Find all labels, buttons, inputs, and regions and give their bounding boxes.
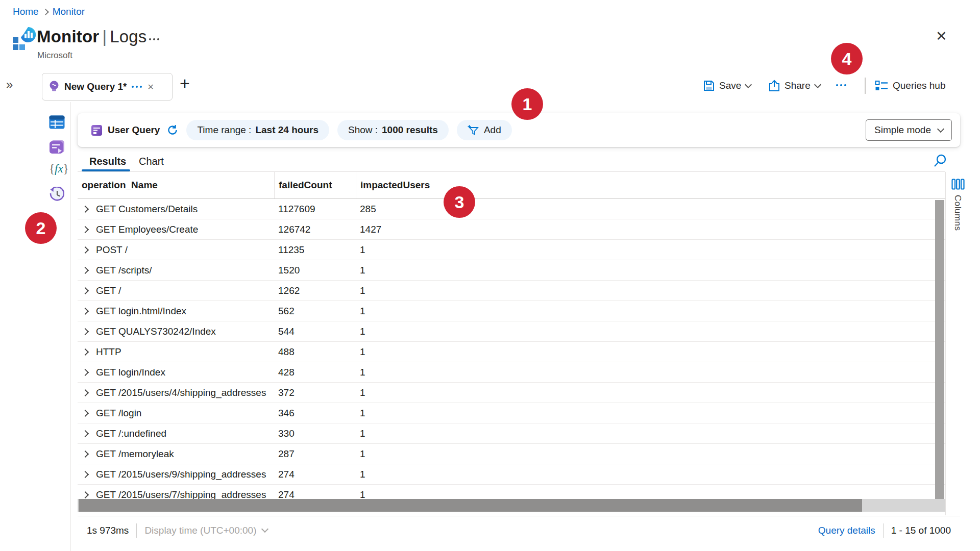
monitor-logs-page: Home Monitor Monitor|Logs Microsoft ✕ » …: [0, 0, 980, 551]
footer-divider: [136, 523, 137, 538]
share-chevron-down-icon: [814, 81, 821, 88]
page-title-secondary: Logs: [110, 27, 146, 46]
query-tab-close-icon[interactable]: ✕: [148, 82, 154, 92]
column-header-impactedusers[interactable]: impactedUsers: [356, 172, 945, 198]
cell-impacted-users: 1: [356, 408, 945, 419]
row-expand-chevron-icon[interactable]: [82, 470, 89, 478]
table-row[interactable]: GET Customers/Details 1127609 285: [78, 199, 945, 219]
breadcrumb-home[interactable]: Home: [13, 6, 39, 17]
cell-operation-name: GET /: [96, 285, 121, 296]
query-details-link[interactable]: Query details: [818, 525, 875, 536]
save-button[interactable]: Save: [703, 76, 751, 96]
sidebar-item-functions[interactable]: [49, 162, 69, 176]
table-row[interactable]: GET Employees/Create 126742 1427: [78, 219, 945, 240]
row-expand-chevron-icon[interactable]: [82, 226, 89, 233]
share-button[interactable]: Share: [769, 76, 820, 96]
row-expand-chevron-icon[interactable]: [82, 450, 89, 457]
collapse-panel-icon[interactable]: »: [6, 78, 13, 92]
user-query-icon: [91, 124, 103, 136]
breadcrumb-monitor[interactable]: Monitor: [53, 6, 85, 17]
cell-failed-count: 287: [274, 448, 356, 460]
horizontal-scrollbar[interactable]: [78, 499, 945, 512]
row-expand-chevron-icon[interactable]: [82, 368, 89, 375]
table-row[interactable]: HTTP 488 1: [78, 342, 945, 362]
row-expand-chevron-icon[interactable]: [82, 287, 89, 294]
table-row[interactable]: GET /2015/users/4/shipping_addresses 372…: [78, 383, 945, 403]
row-expand-chevron-icon[interactable]: [82, 328, 89, 335]
cell-impacted-users: 1: [356, 285, 945, 296]
table-row[interactable]: GET /2015/users/7/shipping_addresses 274…: [78, 485, 945, 499]
row-expand-chevron-icon[interactable]: [82, 266, 89, 273]
columns-icon[interactable]: [951, 179, 965, 192]
cell-operation-name: GET Customers/Details: [96, 204, 198, 215]
cell-failed-count: 330: [274, 428, 356, 439]
sidebar-item-tables[interactable]: [49, 115, 65, 131]
horizontal-scrollbar-thumb[interactable]: [79, 499, 862, 512]
history-clock-icon: [49, 187, 64, 202]
share-icon: [769, 80, 780, 92]
query-tab-label: New Query 1*: [64, 81, 127, 92]
table-row[interactable]: GET login/Index 428 1: [78, 362, 945, 383]
table-row[interactable]: GET /2015/users/9/shipping_addresses 274…: [78, 464, 945, 485]
cell-failed-count: 346: [274, 408, 356, 419]
queries-hub-button[interactable]: Queries hub: [875, 76, 946, 96]
close-blade-icon[interactable]: ✕: [936, 30, 947, 43]
query-tab[interactable]: New Query 1* ✕: [42, 73, 173, 101]
tab-results-underline: [82, 169, 130, 171]
time-range-pill[interactable]: Time range : Last 24 hours: [186, 120, 329, 140]
save-chevron-down-icon: [745, 81, 752, 88]
column-header-failedcount[interactable]: failedCount: [274, 172, 356, 198]
vertical-scrollbar-thumb[interactable]: [935, 200, 944, 499]
cell-operation-name: HTTP: [96, 346, 121, 358]
row-expand-chevron-icon[interactable]: [82, 348, 89, 355]
cell-failed-count: 1262: [274, 285, 356, 296]
show-label: Show :: [348, 124, 378, 136]
table-row[interactable]: GET / 1262 1: [78, 281, 945, 301]
table-row[interactable]: GET /scripts/ 1520 1: [78, 260, 945, 281]
result-range: 1 - 15 of 1000: [891, 525, 951, 536]
cell-operation-name: GET /2015/users/7/shipping_addresses: [96, 489, 266, 499]
lightbulb-icon: [48, 81, 60, 93]
tab-chart[interactable]: Chart: [139, 156, 164, 167]
toolbar-more-icon[interactable]: [836, 84, 846, 86]
row-expand-chevron-icon[interactable]: [82, 389, 89, 396]
add-filter-pill[interactable]: Add: [457, 120, 512, 140]
table-row[interactable]: GET /:undefined 330 1: [78, 423, 945, 444]
cell-operation-name: GET login/Index: [96, 367, 165, 378]
table-row[interactable]: GET login.html/Index 562 1: [78, 301, 945, 321]
show-results-pill[interactable]: Show : 1000 results: [337, 120, 449, 140]
columns-pane-toggle[interactable]: Columns: [952, 195, 963, 231]
page-subtitle: Microsoft: [37, 51, 72, 61]
mode-select[interactable]: Simple mode: [866, 119, 952, 141]
show-value: 1000 results: [382, 124, 438, 136]
display-time-select[interactable]: Display time (UTC+00:00): [144, 525, 267, 536]
cell-failed-count: 126742: [274, 224, 356, 235]
column-header-operation[interactable]: operation_Name: [78, 172, 274, 198]
query-tab-more-icon[interactable]: [132, 86, 142, 88]
new-tab-button[interactable]: +: [180, 74, 190, 92]
sidebar-item-queries[interactable]: [49, 140, 65, 157]
table-row[interactable]: GET QUALYS730242/Index 544 1: [78, 321, 945, 342]
footer-divider-right: [883, 523, 884, 538]
row-expand-chevron-icon[interactable]: [82, 430, 89, 437]
row-expand-chevron-icon[interactable]: [82, 205, 89, 212]
cell-impacted-users: 1: [356, 489, 945, 499]
row-expand-chevron-icon[interactable]: [82, 409, 89, 416]
time-range-label: Time range :: [197, 124, 251, 136]
refresh-icon[interactable]: [167, 124, 178, 136]
row-expand-chevron-icon[interactable]: [82, 246, 89, 253]
annotation-badge-4: 4: [831, 43, 863, 74]
row-expand-chevron-icon[interactable]: [82, 491, 89, 498]
cell-failed-count: 1520: [274, 265, 356, 276]
sidebar-divider: [70, 102, 71, 551]
row-expand-chevron-icon[interactable]: [82, 307, 89, 314]
sidebar-item-query-history[interactable]: [49, 187, 64, 204]
search-icon[interactable]: [933, 154, 947, 170]
query-duration: 1s 973ms: [87, 525, 129, 536]
page-more-icon[interactable]: [149, 38, 159, 40]
tab-results[interactable]: Results: [89, 156, 126, 167]
table-row[interactable]: POST / 11235 1: [78, 240, 945, 260]
table-row[interactable]: GET /login 346 1: [78, 403, 945, 423]
table-row[interactable]: GET /memoryleak 287 1: [78, 444, 945, 464]
vertical-scrollbar[interactable]: [935, 200, 944, 499]
